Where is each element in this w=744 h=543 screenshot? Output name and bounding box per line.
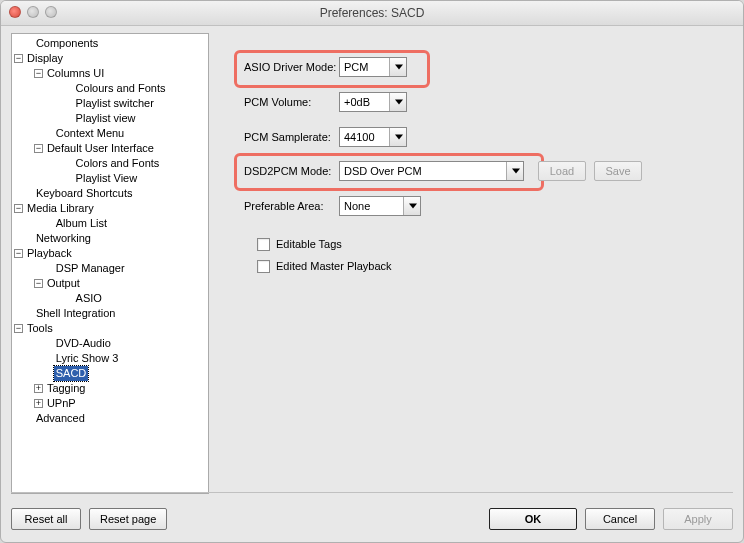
tree-item-tools[interactable]: Tools xyxy=(12,321,208,336)
tree-item-colors-fonts[interactable]: Colors and Fonts xyxy=(12,156,208,171)
tree-item-upnp[interactable]: UPnP xyxy=(12,396,208,411)
tree-item-asio[interactable]: ASIO xyxy=(12,291,208,306)
footer-divider xyxy=(11,492,733,493)
dialog-footer: Reset all Reset page OK Cancel Apply xyxy=(11,508,733,530)
collapse-icon[interactable] xyxy=(14,54,23,63)
close-icon[interactable] xyxy=(9,6,21,18)
tree-item-dvd-audio[interactable]: DVD-Audio xyxy=(12,336,208,351)
zoom-icon[interactable] xyxy=(45,6,57,18)
pcm-volume-label: PCM Volume: xyxy=(244,96,339,108)
preferable-area-label: Preferable Area: xyxy=(244,200,339,212)
tree-item-dsp-manager[interactable]: DSP Manager xyxy=(12,261,208,276)
edited-master-playback-checkbox[interactable] xyxy=(257,260,270,273)
tree-item-keyboard-shortcuts[interactable]: Keyboard Shortcuts xyxy=(12,186,208,201)
editable-tags-checkbox[interactable] xyxy=(257,238,270,251)
settings-pane: ASIO Driver Mode: PCM PCM Volume: +0dB xyxy=(217,33,733,494)
save-button: Save xyxy=(594,161,642,181)
collapse-icon[interactable] xyxy=(34,144,43,153)
cancel-button[interactable]: Cancel xyxy=(585,508,655,530)
tree-item-advanced[interactable]: Advanced xyxy=(12,411,208,426)
pcm-volume-select[interactable]: +0dB xyxy=(339,92,407,112)
load-button: Load xyxy=(538,161,586,181)
tree-item-shell-integration[interactable]: Shell Integration xyxy=(12,306,208,321)
titlebar[interactable]: Preferences: SACD xyxy=(1,1,743,26)
collapse-icon[interactable] xyxy=(34,69,43,78)
asio-driver-mode-label: ASIO Driver Mode: xyxy=(244,61,339,73)
preferences-window: Preferences: SACD Components Display Col… xyxy=(0,0,744,543)
pcm-samplerate-select[interactable]: 44100 xyxy=(339,127,407,147)
ok-button[interactable]: OK xyxy=(489,508,577,530)
apply-button: Apply xyxy=(663,508,733,530)
tree-item-default-ui[interactable]: Default User Interface xyxy=(12,141,208,156)
collapse-icon[interactable] xyxy=(34,279,43,288)
dsd2pcm-mode-select[interactable]: DSD Over PCM xyxy=(339,161,524,181)
reset-page-button[interactable]: Reset page xyxy=(89,508,167,530)
tree-item-album-list[interactable]: Album List xyxy=(12,216,208,231)
preferable-area-select[interactable]: None xyxy=(339,196,421,216)
dsd2pcm-mode-label: DSD2PCM Mode: xyxy=(244,165,339,177)
tree-item-components[interactable]: Components xyxy=(12,36,208,51)
reset-all-button[interactable]: Reset all xyxy=(11,508,81,530)
expand-icon[interactable] xyxy=(34,384,43,393)
tree-item-playlist-switcher[interactable]: Playlist switcher xyxy=(12,96,208,111)
expand-icon[interactable] xyxy=(34,399,43,408)
tree-item-display[interactable]: Display xyxy=(12,51,208,66)
tree-item-playlist-view[interactable]: Playlist View xyxy=(12,171,208,186)
collapse-icon[interactable] xyxy=(14,204,23,213)
tree-item-output[interactable]: Output xyxy=(12,276,208,291)
preferences-tree[interactable]: Components Display Columns UI Colours an… xyxy=(11,33,209,494)
tree-item-tagging[interactable]: Tagging xyxy=(12,381,208,396)
window-controls xyxy=(9,6,57,18)
minimize-icon[interactable] xyxy=(27,6,39,18)
window-title: Preferences: SACD xyxy=(1,6,743,20)
tree-item-sacd[interactable]: SACD xyxy=(12,366,208,381)
editable-tags-label[interactable]: Editable Tags xyxy=(276,238,342,250)
edited-master-playback-label[interactable]: Edited Master Playback xyxy=(276,260,392,272)
tree-item-lyric-show[interactable]: Lyric Show 3 xyxy=(12,351,208,366)
collapse-icon[interactable] xyxy=(14,249,23,258)
tree-item-media-library[interactable]: Media Library xyxy=(12,201,208,216)
collapse-icon[interactable] xyxy=(14,324,23,333)
asio-driver-mode-select[interactable]: PCM xyxy=(339,57,407,77)
tree-item-context-menu[interactable]: Context Menu xyxy=(12,126,208,141)
tree-item-networking[interactable]: Networking xyxy=(12,231,208,246)
pcm-samplerate-label: PCM Samplerate: xyxy=(244,131,339,143)
tree-item-columns-ui[interactable]: Columns UI xyxy=(12,66,208,81)
tree-item-playlist-view-lc[interactable]: Playlist view xyxy=(12,111,208,126)
tree-item-colours-fonts[interactable]: Colours and Fonts xyxy=(12,81,208,96)
tree-item-playback[interactable]: Playback xyxy=(12,246,208,261)
